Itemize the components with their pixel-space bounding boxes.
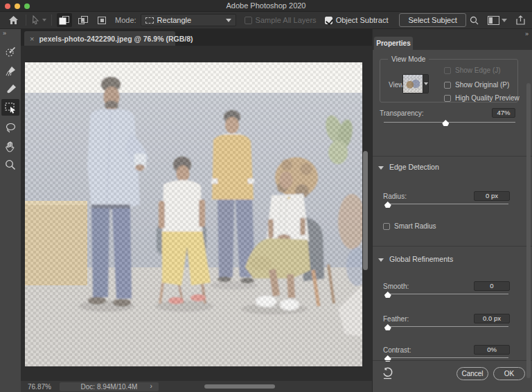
mode-label: Mode: xyxy=(115,16,136,24)
smart-radius-label: Smart Radius xyxy=(394,222,436,230)
radius-value-field[interactable]: 0 px xyxy=(474,191,510,201)
object-selection-icon xyxy=(4,101,17,114)
smart-radius-checkbox[interactable] xyxy=(383,223,390,230)
home-icon xyxy=(8,15,19,25)
tab-properties[interactable]: Properties xyxy=(374,37,413,50)
transparency-value-field[interactable]: 47% xyxy=(492,108,515,118)
object-subtract-option[interactable]: Object Subtract xyxy=(325,16,389,24)
mode-dropdown[interactable]: Rectangle xyxy=(141,14,236,26)
high-quality-preview-checkbox[interactable] xyxy=(444,95,451,102)
select-subject-button[interactable]: Select Subject xyxy=(399,13,466,27)
global-refinements-header[interactable]: Global Refinements xyxy=(389,255,453,263)
slider-track[interactable] xyxy=(384,122,515,123)
slider-track[interactable] xyxy=(387,294,508,294)
lasso-tool[interactable] xyxy=(2,119,19,136)
sample-all-layers-option[interactable]: Sample All Layers xyxy=(245,16,317,24)
quick-selection-icon xyxy=(5,46,17,57)
options-bar: Mode: Rectangle Sample All Layers Object… xyxy=(0,12,532,29)
smooth-slider-thumb[interactable] xyxy=(384,292,391,298)
refine-edge-brush-tool[interactable] xyxy=(2,62,19,79)
workspace-icon xyxy=(488,16,499,25)
zoom-level-field[interactable]: 76.87% xyxy=(28,383,51,391)
close-icon[interactable]: × xyxy=(30,35,34,43)
zoom-tool[interactable] xyxy=(2,157,19,173)
home-button[interactable] xyxy=(6,13,21,27)
separator xyxy=(26,15,26,26)
object-selection-tool[interactable] xyxy=(1,99,19,116)
add-to-selection-mode-button[interactable] xyxy=(76,13,91,27)
rectangle-marquee-icon xyxy=(145,17,154,24)
footer-divider xyxy=(373,360,532,361)
edge-detection-header[interactable]: Edge Detection xyxy=(389,163,439,171)
transparency-slider-thumb[interactable] xyxy=(442,120,449,126)
doc-size-text: Doc: 8.94M/10.4M xyxy=(81,383,138,391)
section-divider xyxy=(373,156,532,157)
chevron-down-icon xyxy=(423,75,428,93)
view-mode-thumbnail-dropdown[interactable] xyxy=(402,74,429,93)
show-edge-checkbox[interactable] xyxy=(444,67,451,74)
document-image[interactable] xyxy=(25,62,362,366)
properties-panel-body: View Mode View: Show Edge (J) Show Origi… xyxy=(373,50,532,392)
slider-track[interactable] xyxy=(387,357,508,358)
tool-preset-button[interactable] xyxy=(31,13,46,27)
panel-scrollbar-thumb[interactable] xyxy=(526,83,531,378)
chevron-down-icon xyxy=(502,19,507,22)
subtract-selection-icon xyxy=(96,15,107,26)
vertical-scrollbar-thumb[interactable] xyxy=(363,151,368,270)
vertical-scrollbar[interactable] xyxy=(363,46,368,381)
document-tab-title: pexels-photo-2422290.jpeg @ 76.9% (RGB/8… xyxy=(39,35,193,43)
sample-all-layers-checkbox[interactable] xyxy=(245,17,252,24)
collapse-global-refinements-icon[interactable] xyxy=(378,258,384,262)
expand-tools-icon[interactable]: » xyxy=(3,30,6,37)
properties-panel: » Properties View Mode View: Show Edge (… xyxy=(372,29,532,392)
contrast-label: Contrast: xyxy=(383,346,411,354)
cancel-button[interactable]: Cancel xyxy=(456,367,488,380)
feather-slider[interactable] xyxy=(387,323,508,330)
subtract-from-selection-mode-button[interactable] xyxy=(94,13,109,27)
view-mode-group-label: View Mode xyxy=(388,55,429,63)
radius-slider-thumb[interactable] xyxy=(384,202,391,208)
window-title: Adobe Photoshop 2020 xyxy=(0,1,532,10)
smooth-slider[interactable] xyxy=(387,291,508,298)
radius-slider[interactable] xyxy=(387,201,508,208)
mode-dropdown-value: Rectangle xyxy=(157,16,226,24)
reset-icon[interactable] xyxy=(382,367,393,380)
quick-selection-tool[interactable] xyxy=(2,43,19,60)
feather-value-field[interactable]: 0.0 px xyxy=(474,314,510,323)
slider-track[interactable] xyxy=(387,204,508,204)
slider-track[interactable] xyxy=(387,326,508,327)
share-icon[interactable] xyxy=(516,15,525,25)
feather-label: Feather: xyxy=(383,315,409,323)
move-tool-icon xyxy=(31,15,41,25)
document-tab-bar: × pexels-photo-2422290.jpeg @ 76.9% (RGB… xyxy=(21,29,372,46)
tool-column: » xyxy=(0,29,21,392)
lasso-icon xyxy=(5,122,17,134)
document-tab[interactable]: × pexels-photo-2422290.jpeg @ 76.9% (RGB… xyxy=(24,31,175,46)
transparency-slider[interactable] xyxy=(384,119,515,126)
hand-tool[interactable] xyxy=(2,138,19,154)
feather-slider-thumb[interactable] xyxy=(384,324,391,330)
radius-label: Radius: xyxy=(383,193,407,200)
contrast-value-field[interactable]: 0% xyxy=(474,345,510,355)
canvas-area[interactable] xyxy=(21,46,372,381)
ok-button[interactable]: OK xyxy=(493,367,525,380)
workspace-switcher[interactable] xyxy=(488,16,507,25)
new-selection-mode-button[interactable] xyxy=(57,13,72,27)
hand-icon xyxy=(5,141,16,152)
show-original-checkbox[interactable] xyxy=(444,82,451,89)
collapse-edge-detection-icon[interactable] xyxy=(378,166,384,170)
chevron-right-icon[interactable]: › xyxy=(150,382,152,390)
sample-all-layers-label: Sample All Layers xyxy=(256,16,317,24)
onion-skin-thumbnail xyxy=(403,75,423,93)
object-subtract-label: Object Subtract xyxy=(336,16,389,24)
search-icon[interactable] xyxy=(470,16,479,25)
document-info[interactable]: Doc: 8.94M/10.4M › xyxy=(60,382,159,391)
brush-icon xyxy=(5,84,17,96)
object-subtract-checkbox[interactable] xyxy=(325,17,332,24)
brush-tool[interactable] xyxy=(2,81,19,98)
smooth-value-field[interactable]: 0 xyxy=(474,281,510,291)
collapse-panel-icon[interactable]: » xyxy=(525,30,528,37)
horizontal-scrollbar-thumb[interactable] xyxy=(204,384,275,389)
section-divider xyxy=(373,246,532,247)
title-bar: Adobe Photoshop 2020 xyxy=(0,0,532,12)
